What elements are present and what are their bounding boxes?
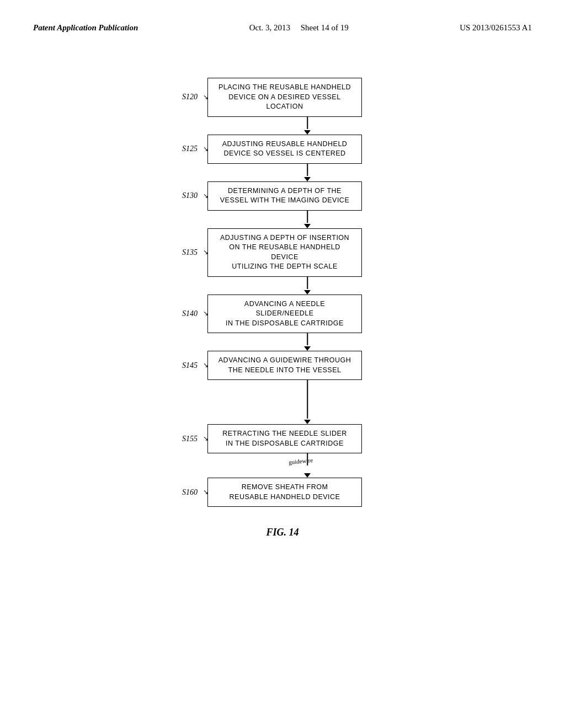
step-label-s140: S140 — [153, 309, 198, 318]
step-row-s120: S120 ↘ PLACING THE REUSABLE HANDHELDDEVI… — [33, 78, 532, 117]
arrow-s130-s135 — [33, 211, 532, 228]
step-row-s130: S130 ↘ DETERMINING A DEPTH OF THEVESSEL … — [33, 181, 532, 211]
step-box-s145: ADVANCING A GUIDEWIRE THROUGHTHE NEEDLE … — [207, 351, 362, 380]
header-center: Oct. 3, 2013 Sheet 14 of 19 — [249, 22, 349, 34]
arrow-s125-s130 — [33, 164, 532, 181]
step-row-s160: S160 ↘ REMOVE SHEATH FROMREUSABLE HANDHE… — [33, 478, 532, 507]
patent-number: US 2013/0261553 A1 — [460, 22, 532, 34]
sheet-number: Sheet 14 of 19 — [301, 23, 349, 32]
step-label-s160: S160 — [153, 488, 198, 497]
patent-page: Patent Application Publication Oct. 3, 2… — [0, 0, 565, 728]
step-box-s160: REMOVE SHEATH FROMREUSABLE HANDHELD DEVI… — [207, 478, 362, 507]
step-row-s135: S135 ↘ ADJUSTING A DEPTH OF INSERTIONON … — [33, 228, 532, 277]
arrow-s120-s125 — [33, 117, 532, 135]
step-box-s135: ADJUSTING A DEPTH OF INSERTIONON THE REU… — [207, 228, 362, 277]
arrow-s155-s160: guidewire — [33, 453, 532, 478]
step-label-s120: S120 — [153, 93, 198, 101]
arrow-s135-s140 — [33, 277, 532, 295]
publication-type: Patent Application Publication — [33, 22, 138, 34]
step-box-s130: DETERMINING A DEPTH OF THEVESSEL WITH TH… — [207, 181, 362, 211]
arrow-s145-s155 — [33, 380, 532, 424]
publication-date: Oct. 3, 2013 — [249, 23, 290, 32]
step-row-s140: S140 ↘ ADVANCING A NEEDLE SLIDER/NEEDLEI… — [33, 295, 532, 334]
step-box-s125: ADJUSTING REUSABLE HANDHELDDEVICE SO VES… — [207, 135, 362, 164]
step-label-s145: S145 — [153, 361, 198, 370]
figure-label: FIG. 14 — [266, 527, 299, 538]
step-label-s135: S135 — [153, 248, 198, 257]
page-header: Patent Application Publication Oct. 3, 2… — [0, 0, 565, 34]
step-label-s125: S125 — [153, 144, 198, 153]
arrow-s140-s145 — [33, 333, 532, 351]
step-row-s145: S145 ↘ ADVANCING A GUIDEWIRE THROUGHTHE … — [33, 351, 532, 380]
step-label-s130: S130 — [153, 191, 198, 200]
step-row-s125: S125 ↘ ADJUSTING REUSABLE HANDHELDDEVICE… — [33, 135, 532, 164]
step-row-s155: S155 ↘ RETRACTING THE NEEDLE SLIDERIN TH… — [33, 424, 532, 453]
step-box-s155: RETRACTING THE NEEDLE SLIDERIN THE DISPO… — [207, 424, 362, 453]
step-label-s155: S155 — [153, 435, 198, 443]
step-box-s140: ADVANCING A NEEDLE SLIDER/NEEDLEIN THE D… — [207, 295, 362, 334]
flowchart: S120 ↘ PLACING THE REUSABLE HANDHELDDEVI… — [0, 78, 565, 538]
step-box-s120: PLACING THE REUSABLE HANDHELDDEVICE ON A… — [207, 78, 362, 117]
